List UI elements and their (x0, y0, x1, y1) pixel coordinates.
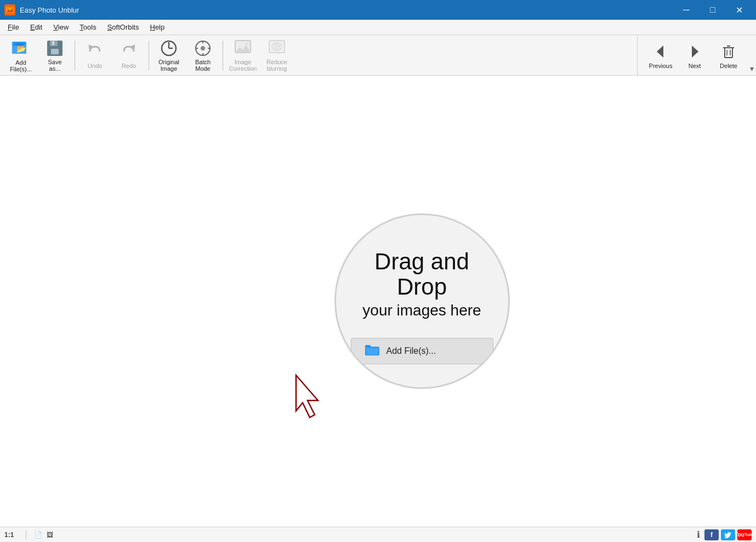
original-image-label: OriginalImage (158, 59, 179, 72)
app-icon (4, 4, 15, 15)
toolbar-overflow[interactable]: ▾ (750, 64, 754, 73)
twitter-button[interactable] (721, 529, 735, 540)
svg-marker-52 (296, 375, 318, 417)
previous-label: Previous (649, 63, 673, 69)
previous-icon (651, 42, 670, 61)
reduce-blurring-icon (267, 39, 287, 58)
svg-point-17 (201, 46, 205, 50)
svg-text:📂: 📂 (16, 44, 26, 54)
previous-button[interactable]: Previous (644, 38, 677, 73)
original-image-button[interactable]: OriginalImage (152, 38, 185, 73)
undo-icon (85, 42, 105, 61)
menu-edit[interactable]: Edit (25, 21, 48, 33)
menu-tools[interactable]: Tools (74, 21, 101, 33)
delete-icon (719, 42, 738, 61)
menu-file[interactable]: File (2, 21, 25, 33)
reduce-blurring-label: Reduceblurring (266, 59, 287, 72)
batch-mode-icon (193, 39, 213, 58)
page-icon: 📄 (34, 531, 42, 539)
facebook-button[interactable]: f (704, 529, 719, 540)
image-icon: 🖼 (47, 531, 53, 539)
next-button[interactable]: Next (678, 38, 711, 73)
add-files-icon: 📂 (11, 38, 31, 58)
minimize-button[interactable]: ─ (674, 0, 699, 20)
status-right: ℹ f YouTube (697, 529, 752, 540)
reduce-blurring-button[interactable]: Reduceblurring (260, 38, 293, 73)
status-left: 1:1 📄 🖼 (4, 530, 53, 539)
menu-softorbits[interactable]: SoftOrbits (102, 21, 145, 33)
image-correction-label: ImageCorrection (229, 59, 257, 72)
save-as-button[interactable]: Saveas... (38, 38, 71, 73)
title-bar: Easy Photo Unblur ─ □ ✕ (0, 0, 756, 20)
menu-help[interactable]: Help (144, 21, 170, 33)
menu-bar: File Edit View Tools SoftOrbits Help (0, 20, 756, 35)
status-bar: 1:1 📄 🖼 ℹ f YouTube (0, 527, 756, 542)
add-files-label: AddFile(s)... (10, 59, 32, 72)
main-content: Drag and Drop your images here Add File(… (0, 76, 756, 527)
separator-3 (223, 41, 223, 70)
close-button[interactable]: ✕ (726, 0, 752, 20)
delete-label: Delete (720, 63, 737, 69)
toolbar-main-group: 📂 AddFile(s)... Saveas... (4, 38, 293, 73)
undo-button[interactable]: Undo (78, 38, 111, 73)
redo-button[interactable]: Redo (112, 38, 145, 73)
zoom-level: 1:1 (4, 531, 14, 539)
youtube-button[interactable]: YouTube (737, 529, 752, 540)
svg-point-24 (245, 42, 248, 46)
svg-rect-10 (52, 41, 54, 45)
twitter-icon (724, 532, 732, 538)
save-as-label: Saveas... (48, 59, 61, 72)
delete-button[interactable]: Delete (712, 38, 745, 73)
image-correction-button[interactable]: ImageCorrection (226, 38, 259, 73)
menu-view[interactable]: View (48, 21, 74, 33)
folder-icon (365, 344, 380, 358)
svg-marker-29 (657, 46, 663, 58)
svg-marker-30 (692, 46, 698, 58)
undo-label: Undo (88, 63, 102, 69)
svg-point-28 (276, 46, 278, 48)
cursor-icon (291, 372, 329, 422)
image-correction-icon (233, 39, 253, 58)
redo-icon (119, 42, 139, 61)
separator-1 (75, 41, 75, 70)
social-buttons: f YouTube (704, 529, 752, 540)
toolbar-right-group: Previous Next Delete (637, 35, 745, 76)
original-image-icon (159, 39, 179, 58)
svg-rect-9 (51, 49, 59, 54)
next-label: Next (689, 63, 701, 69)
drop-zone-container: Drag and Drop your images here Add File(… (334, 213, 510, 389)
redo-label: Redo (122, 63, 136, 69)
info-icon[interactable]: ℹ (697, 529, 700, 540)
drag-drop-title: Drag and Drop (347, 249, 497, 300)
circle-overlay: Drag and Drop your images here Add File(… (334, 213, 510, 389)
maximize-button[interactable]: □ (700, 0, 725, 20)
drag-drop-subtitle: your images here (347, 302, 497, 319)
add-files-dialog-button[interactable]: Add File(s)... (351, 338, 493, 364)
batch-mode-button[interactable]: BatchMode (186, 38, 219, 73)
toolbar: 📂 AddFile(s)... Saveas... (0, 35, 756, 76)
next-icon (685, 42, 704, 61)
status-divider-1 (26, 530, 26, 539)
window-controls: ─ □ ✕ (674, 0, 752, 20)
app-title: Easy Photo Unblur (20, 6, 674, 14)
add-files-dialog-label: Add File(s)... (386, 346, 436, 356)
svg-rect-31 (725, 48, 732, 58)
batch-mode-label: BatchMode (195, 59, 211, 72)
add-files-button[interactable]: 📂 AddFile(s)... (4, 38, 37, 73)
save-as-icon (45, 39, 65, 58)
separator-2 (149, 41, 149, 70)
